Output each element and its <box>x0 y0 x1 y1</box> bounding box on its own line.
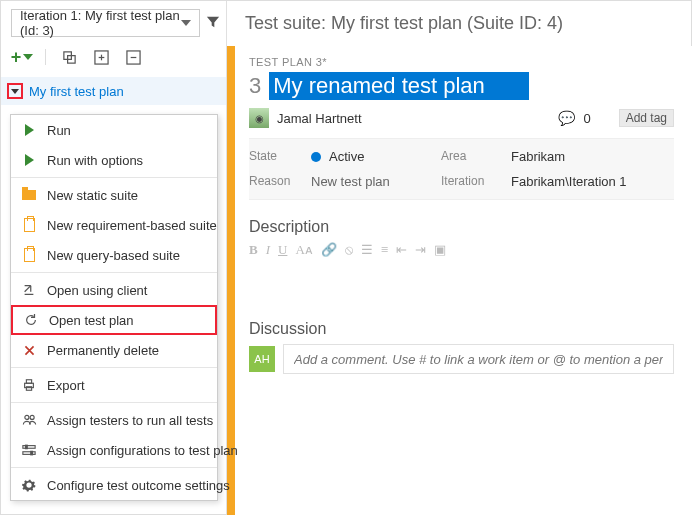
menu-label: Assign configurations to test plan <box>47 443 238 458</box>
menu-label: New query-based suite <box>47 248 180 263</box>
menu-open-client[interactable]: Open using client <box>11 275 217 305</box>
separator <box>11 467 217 468</box>
chevron-down-icon <box>181 20 191 26</box>
menu-assign-config[interactable]: Assign configurations to test plan <box>11 435 217 465</box>
field-label-reason: Reason <box>249 174 311 189</box>
menu-new-query[interactable]: New query-based suite <box>11 240 217 270</box>
state-dot-icon <box>311 152 321 162</box>
menu-delete[interactable]: Permanently delete <box>11 335 217 365</box>
title-input[interactable] <box>269 72 529 100</box>
discussion-count: 0 <box>583 111 590 126</box>
open-external-icon <box>21 282 37 298</box>
iteration-dropdown-label: Iteration 1: My first test plan (Id: 3) <box>20 8 181 38</box>
field-value-state[interactable]: Active <box>311 149 441 164</box>
clipboard-icon <box>24 218 35 232</box>
gear-icon <box>21 477 37 493</box>
menu-new-requirement[interactable]: New requirement-based suite <box>11 210 217 240</box>
field-value-reason[interactable]: New test plan <box>311 174 441 189</box>
folder-icon <box>22 190 36 200</box>
iteration-dropdown[interactable]: Iteration 1: My first test plan (Id: 3) <box>11 9 200 37</box>
menu-run[interactable]: Run <box>11 115 217 145</box>
image-icon[interactable]: ▣ <box>434 242 446 258</box>
menu-label: Configure test outcome settings <box>47 478 230 493</box>
outdent-icon[interactable]: ⇤ <box>396 242 407 258</box>
people-icon <box>21 412 37 428</box>
field-value-area[interactable]: Fabrikam <box>511 149 674 164</box>
filter-icon[interactable] <box>206 15 220 32</box>
assignee-name[interactable]: Jamal Hartnett <box>277 111 362 126</box>
separator <box>11 367 217 368</box>
svg-rect-13 <box>23 452 35 455</box>
svg-rect-8 <box>26 380 31 384</box>
tree-node-label: My first test plan <box>29 84 124 99</box>
plan-type-label: TEST PLAN 3* <box>249 56 674 68</box>
menu-label: New requirement-based suite <box>47 218 217 233</box>
copy-icon[interactable] <box>60 48 78 66</box>
discussion-icon[interactable]: 💬 <box>558 110 575 126</box>
play-icon <box>25 154 34 166</box>
work-item-id: 3 <box>249 73 261 99</box>
description-heading: Description <box>249 218 674 236</box>
menu-open-plan[interactable]: Open test plan <box>11 305 217 335</box>
context-menu: Run Run with options New static suite Ne… <box>10 114 218 501</box>
menu-label: Open test plan <box>49 313 134 328</box>
field-label-state: State <box>249 149 311 164</box>
add-tag-button[interactable]: Add tag <box>619 109 674 127</box>
menu-export[interactable]: Export <box>11 370 217 400</box>
open-icon <box>23 312 39 328</box>
svg-rect-15 <box>31 451 33 455</box>
separator <box>11 177 217 178</box>
italic-icon[interactable]: I <box>266 242 270 258</box>
rich-text-toolbar[interactable]: B I U Aᴀ 🔗 ⦸ ☰ ≡ ⇤ ⇥ ▣ <box>249 242 674 258</box>
separator <box>45 49 46 65</box>
link-icon[interactable]: 🔗 <box>321 242 337 258</box>
delete-icon <box>21 342 37 358</box>
svg-point-11 <box>30 415 34 419</box>
underline-icon[interactable]: U <box>278 242 287 258</box>
number-list-icon[interactable]: ≡ <box>381 242 388 258</box>
menu-new-static[interactable]: New static suite <box>11 180 217 210</box>
state-text: Active <box>329 149 364 164</box>
config-icon <box>21 442 37 458</box>
tree-node-selected[interactable]: My first test plan <box>1 77 226 105</box>
user-avatar: AH <box>249 346 275 372</box>
separator <box>11 402 217 403</box>
clipboard-icon <box>24 248 35 262</box>
menu-label: New static suite <box>47 188 138 203</box>
discussion-heading: Discussion <box>249 320 674 338</box>
svg-rect-9 <box>26 387 31 391</box>
menu-label: Open using client <box>47 283 147 298</box>
context-caret-highlight[interactable] <box>7 83 23 99</box>
menu-assign-testers[interactable]: Assign testers to run all tests <box>11 405 217 435</box>
page-title-text: Test suite: My first test plan (Suite ID… <box>245 13 563 34</box>
discussion-input[interactable] <box>283 344 674 374</box>
bullet-list-icon[interactable]: ☰ <box>361 242 373 258</box>
unlink-icon[interactable]: ⦸ <box>345 242 353 258</box>
field-label-iteration: Iteration <box>441 174 511 189</box>
menu-run-options[interactable]: Run with options <box>11 145 217 175</box>
field-value-iteration[interactable]: Fabrikam\Iteration 1 <box>511 174 674 189</box>
menu-configure-outcome[interactable]: Configure test outcome settings <box>11 470 217 500</box>
collapse-icon[interactable] <box>124 48 142 66</box>
menu-label: Assign testers to run all tests <box>47 413 213 428</box>
svg-rect-12 <box>23 446 35 449</box>
play-icon <box>25 124 34 136</box>
indent-icon[interactable]: ⇥ <box>415 242 426 258</box>
print-icon <box>21 377 37 393</box>
add-button[interactable]: + <box>13 48 31 66</box>
font-size-icon[interactable]: Aᴀ <box>295 242 312 258</box>
expand-icon[interactable] <box>92 48 110 66</box>
menu-label: Run <box>47 123 71 138</box>
chevron-down-icon <box>11 89 19 94</box>
bold-icon[interactable]: B <box>249 242 258 258</box>
page-title: Test suite: My first test plan (Suite ID… <box>227 1 691 47</box>
field-label-area: Area <box>441 149 511 164</box>
svg-rect-14 <box>26 445 28 449</box>
svg-point-10 <box>24 415 28 419</box>
menu-label: Permanently delete <box>47 343 159 358</box>
separator <box>11 272 217 273</box>
avatar: ◉ <box>249 108 269 128</box>
menu-label: Export <box>47 378 85 393</box>
menu-label: Run with options <box>47 153 143 168</box>
